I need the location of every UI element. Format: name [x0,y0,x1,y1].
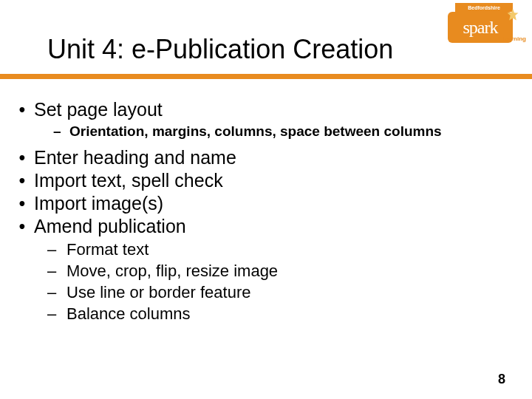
sub-bullet-item: –Format text [15,240,517,259]
bullet-item: •Set page layout –Orientation, margins, … [15,99,517,140]
logo-top-bar: Bedfordshire [455,3,513,12]
sub-bullet-text: Use line or border feature [66,283,250,301]
sub-bullet-text: Move, crop, flip, resize image [66,262,278,280]
logo-bedfordshire-text: Bedfordshire [468,5,500,10]
sub-bullet-text: Balance columns [66,304,191,323]
bullet-text: Amend publication [34,216,186,236]
sub-bullet-text: Orientation, margins, columns, space bet… [69,123,442,139]
bullet-item: •Amend publication –Format text –Move, c… [15,216,517,324]
bullet-text: Set page layout [34,99,163,120]
bullet-text: Import text, spell check [34,170,223,191]
logo-spark-text: spark [463,18,498,38]
bullet-item: •Enter heading and name [15,147,517,168]
title-underline [0,74,532,79]
sub-bullet-item: –Orientation, margins, columns, space be… [15,123,517,140]
bullet-item: •Import image(s) [15,193,517,214]
slide: Bedfordshire spark adult learning Unit 4… [0,0,532,399]
slide-title: Unit 4: e-Publication Creation [47,34,393,65]
spark-logo: Bedfordshire spark adult learning [448,3,526,52]
page-number: 8 [498,372,505,387]
star-icon [505,7,520,22]
bullet-item: •Import text, spell check [15,170,517,191]
sub-bullet-text: Format text [66,240,149,259]
slide-body: •Set page layout –Orientation, margins, … [15,99,517,331]
bullet-text: Import image(s) [34,193,163,214]
sub-bullet-item: –Move, crop, flip, resize image [15,262,517,281]
sub-bullet-item: –Balance columns [15,304,517,324]
sub-bullet-item: –Use line or border feature [15,283,517,302]
logo-adult-learning-text: adult learning [488,35,526,42]
bullet-text: Enter heading and name [34,147,236,168]
